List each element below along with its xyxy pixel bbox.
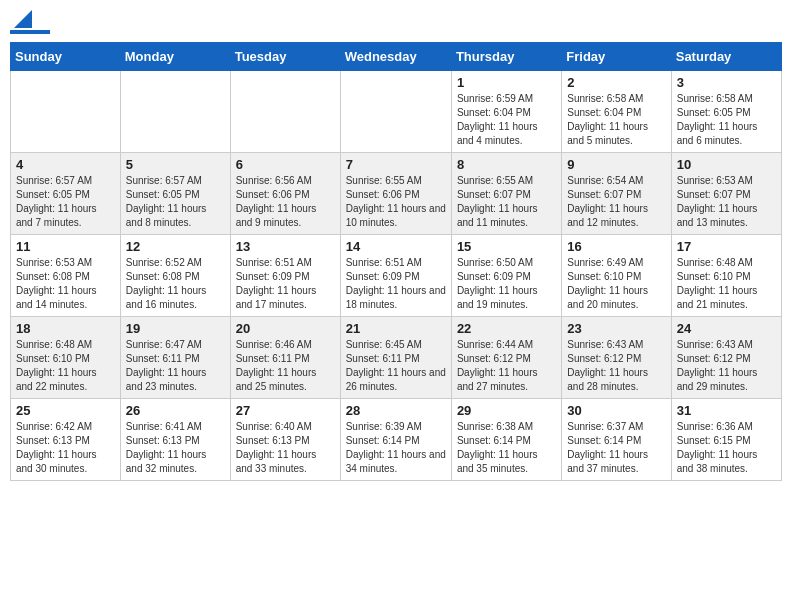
- day-number: 2: [567, 75, 665, 90]
- day-number: 22: [457, 321, 556, 336]
- day-info: Sunrise: 6:50 AM Sunset: 6:09 PM Dayligh…: [457, 256, 556, 312]
- day-info: Sunrise: 6:51 AM Sunset: 6:09 PM Dayligh…: [346, 256, 446, 312]
- day-cell: 26Sunrise: 6:41 AM Sunset: 6:13 PM Dayli…: [120, 399, 230, 481]
- day-cell: 14Sunrise: 6:51 AM Sunset: 6:09 PM Dayli…: [340, 235, 451, 317]
- day-cell: 15Sunrise: 6:50 AM Sunset: 6:09 PM Dayli…: [451, 235, 561, 317]
- week-row-4: 18Sunrise: 6:48 AM Sunset: 6:10 PM Dayli…: [11, 317, 782, 399]
- day-info: Sunrise: 6:45 AM Sunset: 6:11 PM Dayligh…: [346, 338, 446, 394]
- day-cell: 13Sunrise: 6:51 AM Sunset: 6:09 PM Dayli…: [230, 235, 340, 317]
- day-number: 11: [16, 239, 115, 254]
- day-number: 5: [126, 157, 225, 172]
- day-number: 12: [126, 239, 225, 254]
- day-cell: 3Sunrise: 6:58 AM Sunset: 6:05 PM Daylig…: [671, 71, 781, 153]
- day-number: 4: [16, 157, 115, 172]
- col-header-saturday: Saturday: [671, 43, 781, 71]
- day-cell: 11Sunrise: 6:53 AM Sunset: 6:08 PM Dayli…: [11, 235, 121, 317]
- day-cell: 30Sunrise: 6:37 AM Sunset: 6:14 PM Dayli…: [562, 399, 671, 481]
- day-cell: 22Sunrise: 6:44 AM Sunset: 6:12 PM Dayli…: [451, 317, 561, 399]
- day-cell: 20Sunrise: 6:46 AM Sunset: 6:11 PM Dayli…: [230, 317, 340, 399]
- week-row-5: 25Sunrise: 6:42 AM Sunset: 6:13 PM Dayli…: [11, 399, 782, 481]
- day-number: 15: [457, 239, 556, 254]
- day-cell: 2Sunrise: 6:58 AM Sunset: 6:04 PM Daylig…: [562, 71, 671, 153]
- page-header: [10, 10, 782, 34]
- day-cell: 29Sunrise: 6:38 AM Sunset: 6:14 PM Dayli…: [451, 399, 561, 481]
- day-number: 9: [567, 157, 665, 172]
- col-header-wednesday: Wednesday: [340, 43, 451, 71]
- svg-marker-0: [14, 10, 32, 28]
- day-cell: 5Sunrise: 6:57 AM Sunset: 6:05 PM Daylig…: [120, 153, 230, 235]
- day-info: Sunrise: 6:56 AM Sunset: 6:06 PM Dayligh…: [236, 174, 335, 230]
- day-info: Sunrise: 6:36 AM Sunset: 6:15 PM Dayligh…: [677, 420, 776, 476]
- day-number: 17: [677, 239, 776, 254]
- day-info: Sunrise: 6:42 AM Sunset: 6:13 PM Dayligh…: [16, 420, 115, 476]
- day-info: Sunrise: 6:52 AM Sunset: 6:08 PM Dayligh…: [126, 256, 225, 312]
- day-info: Sunrise: 6:53 AM Sunset: 6:07 PM Dayligh…: [677, 174, 776, 230]
- logo-underline: [10, 30, 50, 34]
- day-info: Sunrise: 6:49 AM Sunset: 6:10 PM Dayligh…: [567, 256, 665, 312]
- day-info: Sunrise: 6:48 AM Sunset: 6:10 PM Dayligh…: [677, 256, 776, 312]
- day-info: Sunrise: 6:47 AM Sunset: 6:11 PM Dayligh…: [126, 338, 225, 394]
- col-header-tuesday: Tuesday: [230, 43, 340, 71]
- day-info: Sunrise: 6:55 AM Sunset: 6:07 PM Dayligh…: [457, 174, 556, 230]
- day-cell: 25Sunrise: 6:42 AM Sunset: 6:13 PM Dayli…: [11, 399, 121, 481]
- day-cell: 17Sunrise: 6:48 AM Sunset: 6:10 PM Dayli…: [671, 235, 781, 317]
- logo: [10, 10, 50, 34]
- logo-triangle-icon: [10, 10, 32, 32]
- day-info: Sunrise: 6:40 AM Sunset: 6:13 PM Dayligh…: [236, 420, 335, 476]
- day-info: Sunrise: 6:57 AM Sunset: 6:05 PM Dayligh…: [126, 174, 225, 230]
- day-info: Sunrise: 6:57 AM Sunset: 6:05 PM Dayligh…: [16, 174, 115, 230]
- day-info: Sunrise: 6:53 AM Sunset: 6:08 PM Dayligh…: [16, 256, 115, 312]
- day-cell: 31Sunrise: 6:36 AM Sunset: 6:15 PM Dayli…: [671, 399, 781, 481]
- day-info: Sunrise: 6:41 AM Sunset: 6:13 PM Dayligh…: [126, 420, 225, 476]
- day-cell: [120, 71, 230, 153]
- day-cell: 23Sunrise: 6:43 AM Sunset: 6:12 PM Dayli…: [562, 317, 671, 399]
- day-info: Sunrise: 6:58 AM Sunset: 6:04 PM Dayligh…: [567, 92, 665, 148]
- day-info: Sunrise: 6:43 AM Sunset: 6:12 PM Dayligh…: [567, 338, 665, 394]
- day-info: Sunrise: 6:46 AM Sunset: 6:11 PM Dayligh…: [236, 338, 335, 394]
- day-number: 25: [16, 403, 115, 418]
- day-number: 16: [567, 239, 665, 254]
- day-info: Sunrise: 6:48 AM Sunset: 6:10 PM Dayligh…: [16, 338, 115, 394]
- day-number: 1: [457, 75, 556, 90]
- day-number: 21: [346, 321, 446, 336]
- calendar-header: SundayMondayTuesdayWednesdayThursdayFrid…: [11, 43, 782, 71]
- day-cell: [230, 71, 340, 153]
- day-number: 20: [236, 321, 335, 336]
- day-number: 23: [567, 321, 665, 336]
- week-row-3: 11Sunrise: 6:53 AM Sunset: 6:08 PM Dayli…: [11, 235, 782, 317]
- day-info: Sunrise: 6:37 AM Sunset: 6:14 PM Dayligh…: [567, 420, 665, 476]
- day-info: Sunrise: 6:58 AM Sunset: 6:05 PM Dayligh…: [677, 92, 776, 148]
- calendar-body: 1Sunrise: 6:59 AM Sunset: 6:04 PM Daylig…: [11, 71, 782, 481]
- day-number: 30: [567, 403, 665, 418]
- day-cell: 12Sunrise: 6:52 AM Sunset: 6:08 PM Dayli…: [120, 235, 230, 317]
- day-number: 7: [346, 157, 446, 172]
- day-info: Sunrise: 6:55 AM Sunset: 6:06 PM Dayligh…: [346, 174, 446, 230]
- day-cell: 4Sunrise: 6:57 AM Sunset: 6:05 PM Daylig…: [11, 153, 121, 235]
- day-number: 24: [677, 321, 776, 336]
- day-cell: 18Sunrise: 6:48 AM Sunset: 6:10 PM Dayli…: [11, 317, 121, 399]
- day-cell: 27Sunrise: 6:40 AM Sunset: 6:13 PM Dayli…: [230, 399, 340, 481]
- col-header-thursday: Thursday: [451, 43, 561, 71]
- day-cell: 8Sunrise: 6:55 AM Sunset: 6:07 PM Daylig…: [451, 153, 561, 235]
- day-cell: 1Sunrise: 6:59 AM Sunset: 6:04 PM Daylig…: [451, 71, 561, 153]
- day-cell: 19Sunrise: 6:47 AM Sunset: 6:11 PM Dayli…: [120, 317, 230, 399]
- day-info: Sunrise: 6:51 AM Sunset: 6:09 PM Dayligh…: [236, 256, 335, 312]
- day-info: Sunrise: 6:44 AM Sunset: 6:12 PM Dayligh…: [457, 338, 556, 394]
- day-cell: 6Sunrise: 6:56 AM Sunset: 6:06 PM Daylig…: [230, 153, 340, 235]
- day-cell: 21Sunrise: 6:45 AM Sunset: 6:11 PM Dayli…: [340, 317, 451, 399]
- day-cell: 7Sunrise: 6:55 AM Sunset: 6:06 PM Daylig…: [340, 153, 451, 235]
- day-number: 14: [346, 239, 446, 254]
- day-cell: 16Sunrise: 6:49 AM Sunset: 6:10 PM Dayli…: [562, 235, 671, 317]
- day-number: 28: [346, 403, 446, 418]
- week-row-1: 1Sunrise: 6:59 AM Sunset: 6:04 PM Daylig…: [11, 71, 782, 153]
- day-number: 26: [126, 403, 225, 418]
- day-cell: [340, 71, 451, 153]
- day-cell: 9Sunrise: 6:54 AM Sunset: 6:07 PM Daylig…: [562, 153, 671, 235]
- day-cell: 28Sunrise: 6:39 AM Sunset: 6:14 PM Dayli…: [340, 399, 451, 481]
- col-header-friday: Friday: [562, 43, 671, 71]
- day-info: Sunrise: 6:39 AM Sunset: 6:14 PM Dayligh…: [346, 420, 446, 476]
- day-info: Sunrise: 6:38 AM Sunset: 6:14 PM Dayligh…: [457, 420, 556, 476]
- day-info: Sunrise: 6:59 AM Sunset: 6:04 PM Dayligh…: [457, 92, 556, 148]
- header-row: SundayMondayTuesdayWednesdayThursdayFrid…: [11, 43, 782, 71]
- col-header-monday: Monday: [120, 43, 230, 71]
